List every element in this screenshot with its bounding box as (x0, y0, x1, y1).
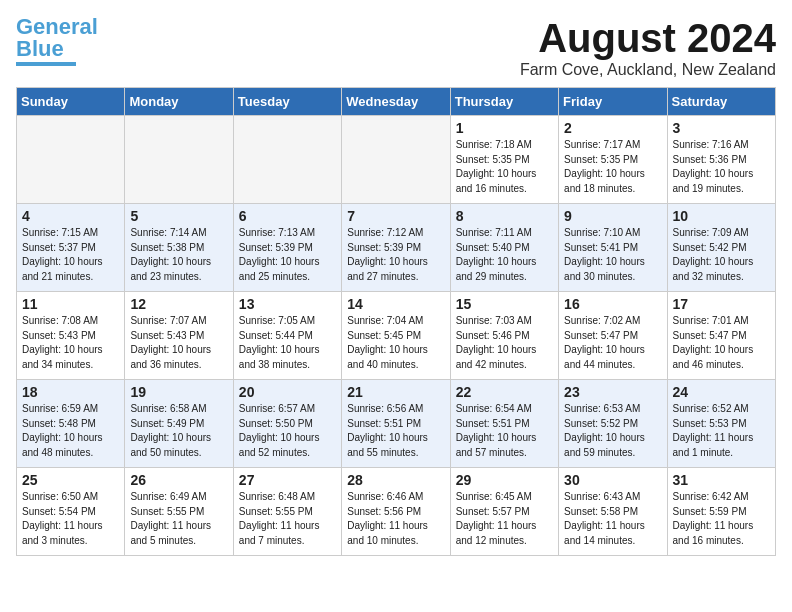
day-info: Sunrise: 7:14 AMSunset: 5:38 PMDaylight:… (130, 226, 227, 284)
calendar-cell-1: 1Sunrise: 7:18 AMSunset: 5:35 PMDaylight… (450, 116, 558, 204)
day-info: Sunrise: 6:50 AMSunset: 5:54 PMDaylight:… (22, 490, 119, 548)
day-number: 31 (673, 472, 770, 488)
logo-bar (16, 62, 76, 66)
day-number: 2 (564, 120, 661, 136)
calendar-cell-30: 30Sunrise: 6:43 AMSunset: 5:58 PMDayligh… (559, 468, 667, 556)
col-header-sunday: Sunday (17, 88, 125, 116)
calendar: SundayMondayTuesdayWednesdayThursdayFrid… (16, 87, 776, 556)
day-info: Sunrise: 7:07 AMSunset: 5:43 PMDaylight:… (130, 314, 227, 372)
day-info: Sunrise: 6:48 AMSunset: 5:55 PMDaylight:… (239, 490, 336, 548)
day-number: 12 (130, 296, 227, 312)
calendar-cell-11: 11Sunrise: 7:08 AMSunset: 5:43 PMDayligh… (17, 292, 125, 380)
calendar-cell-20: 20Sunrise: 6:57 AMSunset: 5:50 PMDayligh… (233, 380, 341, 468)
day-number: 3 (673, 120, 770, 136)
day-number: 11 (22, 296, 119, 312)
day-info: Sunrise: 6:52 AMSunset: 5:53 PMDaylight:… (673, 402, 770, 460)
calendar-cell-21: 21Sunrise: 6:56 AMSunset: 5:51 PMDayligh… (342, 380, 450, 468)
day-number: 6 (239, 208, 336, 224)
day-number: 13 (239, 296, 336, 312)
logo: General Blue (16, 16, 98, 66)
day-number: 15 (456, 296, 553, 312)
col-header-tuesday: Tuesday (233, 88, 341, 116)
calendar-cell-31: 31Sunrise: 6:42 AMSunset: 5:59 PMDayligh… (667, 468, 775, 556)
month-title: August 2024 (520, 16, 776, 61)
calendar-cell-26: 26Sunrise: 6:49 AMSunset: 5:55 PMDayligh… (125, 468, 233, 556)
calendar-header-row: SundayMondayTuesdayWednesdayThursdayFrid… (17, 88, 776, 116)
calendar-cell-empty-3 (342, 116, 450, 204)
day-number: 7 (347, 208, 444, 224)
day-info: Sunrise: 6:54 AMSunset: 5:51 PMDaylight:… (456, 402, 553, 460)
day-number: 9 (564, 208, 661, 224)
day-info: Sunrise: 6:46 AMSunset: 5:56 PMDaylight:… (347, 490, 444, 548)
day-info: Sunrise: 6:56 AMSunset: 5:51 PMDaylight:… (347, 402, 444, 460)
day-number: 16 (564, 296, 661, 312)
col-header-monday: Monday (125, 88, 233, 116)
day-info: Sunrise: 7:13 AMSunset: 5:39 PMDaylight:… (239, 226, 336, 284)
calendar-week-3: 11Sunrise: 7:08 AMSunset: 5:43 PMDayligh… (17, 292, 776, 380)
logo-blue: Blue (16, 36, 64, 61)
page-header: General Blue August 2024 Farm Cove, Auck… (16, 16, 776, 79)
calendar-cell-19: 19Sunrise: 6:58 AMSunset: 5:49 PMDayligh… (125, 380, 233, 468)
title-block: August 2024 Farm Cove, Auckland, New Zea… (520, 16, 776, 79)
calendar-cell-22: 22Sunrise: 6:54 AMSunset: 5:51 PMDayligh… (450, 380, 558, 468)
calendar-week-4: 18Sunrise: 6:59 AMSunset: 5:48 PMDayligh… (17, 380, 776, 468)
calendar-cell-28: 28Sunrise: 6:46 AMSunset: 5:56 PMDayligh… (342, 468, 450, 556)
day-number: 5 (130, 208, 227, 224)
calendar-cell-5: 5Sunrise: 7:14 AMSunset: 5:38 PMDaylight… (125, 204, 233, 292)
calendar-cell-empty-2 (233, 116, 341, 204)
day-number: 30 (564, 472, 661, 488)
day-number: 29 (456, 472, 553, 488)
day-info: Sunrise: 6:43 AMSunset: 5:58 PMDaylight:… (564, 490, 661, 548)
col-header-thursday: Thursday (450, 88, 558, 116)
day-info: Sunrise: 6:59 AMSunset: 5:48 PMDaylight:… (22, 402, 119, 460)
day-info: Sunrise: 7:04 AMSunset: 5:45 PMDaylight:… (347, 314, 444, 372)
calendar-cell-empty-0 (17, 116, 125, 204)
calendar-cell-17: 17Sunrise: 7:01 AMSunset: 5:47 PMDayligh… (667, 292, 775, 380)
calendar-cell-3: 3Sunrise: 7:16 AMSunset: 5:36 PMDaylight… (667, 116, 775, 204)
calendar-cell-18: 18Sunrise: 6:59 AMSunset: 5:48 PMDayligh… (17, 380, 125, 468)
day-number: 1 (456, 120, 553, 136)
day-info: Sunrise: 6:42 AMSunset: 5:59 PMDaylight:… (673, 490, 770, 548)
day-number: 19 (130, 384, 227, 400)
calendar-cell-9: 9Sunrise: 7:10 AMSunset: 5:41 PMDaylight… (559, 204, 667, 292)
day-info: Sunrise: 7:08 AMSunset: 5:43 PMDaylight:… (22, 314, 119, 372)
calendar-week-5: 25Sunrise: 6:50 AMSunset: 5:54 PMDayligh… (17, 468, 776, 556)
calendar-cell-25: 25Sunrise: 6:50 AMSunset: 5:54 PMDayligh… (17, 468, 125, 556)
calendar-week-1: 1Sunrise: 7:18 AMSunset: 5:35 PMDaylight… (17, 116, 776, 204)
calendar-cell-14: 14Sunrise: 7:04 AMSunset: 5:45 PMDayligh… (342, 292, 450, 380)
calendar-cell-12: 12Sunrise: 7:07 AMSunset: 5:43 PMDayligh… (125, 292, 233, 380)
calendar-cell-7: 7Sunrise: 7:12 AMSunset: 5:39 PMDaylight… (342, 204, 450, 292)
day-info: Sunrise: 7:03 AMSunset: 5:46 PMDaylight:… (456, 314, 553, 372)
day-number: 24 (673, 384, 770, 400)
day-number: 10 (673, 208, 770, 224)
calendar-cell-13: 13Sunrise: 7:05 AMSunset: 5:44 PMDayligh… (233, 292, 341, 380)
day-number: 27 (239, 472, 336, 488)
day-number: 14 (347, 296, 444, 312)
day-number: 26 (130, 472, 227, 488)
col-header-wednesday: Wednesday (342, 88, 450, 116)
day-info: Sunrise: 6:53 AMSunset: 5:52 PMDaylight:… (564, 402, 661, 460)
calendar-cell-4: 4Sunrise: 7:15 AMSunset: 5:37 PMDaylight… (17, 204, 125, 292)
day-number: 28 (347, 472, 444, 488)
day-info: Sunrise: 7:15 AMSunset: 5:37 PMDaylight:… (22, 226, 119, 284)
day-info: Sunrise: 7:11 AMSunset: 5:40 PMDaylight:… (456, 226, 553, 284)
day-number: 25 (22, 472, 119, 488)
calendar-cell-27: 27Sunrise: 6:48 AMSunset: 5:55 PMDayligh… (233, 468, 341, 556)
day-number: 18 (22, 384, 119, 400)
calendar-cell-24: 24Sunrise: 6:52 AMSunset: 5:53 PMDayligh… (667, 380, 775, 468)
day-number: 4 (22, 208, 119, 224)
calendar-cell-16: 16Sunrise: 7:02 AMSunset: 5:47 PMDayligh… (559, 292, 667, 380)
calendar-cell-2: 2Sunrise: 7:17 AMSunset: 5:35 PMDaylight… (559, 116, 667, 204)
calendar-cell-29: 29Sunrise: 6:45 AMSunset: 5:57 PMDayligh… (450, 468, 558, 556)
calendar-cell-10: 10Sunrise: 7:09 AMSunset: 5:42 PMDayligh… (667, 204, 775, 292)
calendar-cell-8: 8Sunrise: 7:11 AMSunset: 5:40 PMDaylight… (450, 204, 558, 292)
calendar-cell-23: 23Sunrise: 6:53 AMSunset: 5:52 PMDayligh… (559, 380, 667, 468)
day-info: Sunrise: 6:57 AMSunset: 5:50 PMDaylight:… (239, 402, 336, 460)
day-info: Sunrise: 7:01 AMSunset: 5:47 PMDaylight:… (673, 314, 770, 372)
col-header-friday: Friday (559, 88, 667, 116)
day-info: Sunrise: 7:17 AMSunset: 5:35 PMDaylight:… (564, 138, 661, 196)
day-info: Sunrise: 6:58 AMSunset: 5:49 PMDaylight:… (130, 402, 227, 460)
day-info: Sunrise: 7:16 AMSunset: 5:36 PMDaylight:… (673, 138, 770, 196)
day-info: Sunrise: 7:12 AMSunset: 5:39 PMDaylight:… (347, 226, 444, 284)
calendar-cell-15: 15Sunrise: 7:03 AMSunset: 5:46 PMDayligh… (450, 292, 558, 380)
